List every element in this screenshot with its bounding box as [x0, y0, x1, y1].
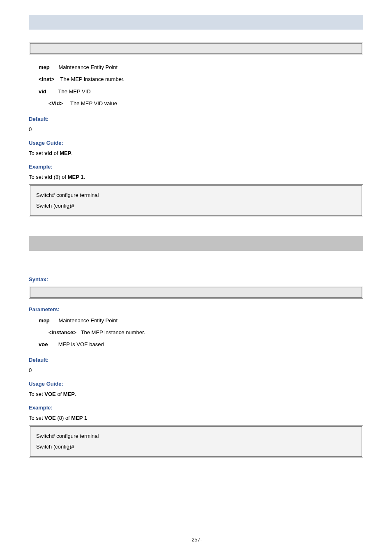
param-bold: vid	[39, 88, 46, 95]
param-bold: <instance>	[48, 329, 76, 335]
txtb: MEP	[60, 150, 71, 156]
param-inst: <Inst> The MEP instance number.	[39, 74, 363, 84]
txt: To set	[29, 415, 44, 421]
txtb: vid	[44, 150, 52, 156]
txt: (8) of	[52, 174, 68, 180]
default-label-2: Default:	[29, 357, 363, 363]
param-vid: vid The MEP VID	[39, 87, 363, 96]
txtb: MEP 1	[68, 174, 84, 180]
txt: of	[52, 150, 60, 156]
syntax-label-2: Syntax:	[29, 276, 363, 282]
txt: To set	[29, 174, 44, 180]
txtb: VOE	[44, 415, 55, 421]
param-bold: mep	[39, 64, 50, 70]
param-voe2: voe MEP is VOE based	[39, 340, 363, 349]
usage-line-1: To set vid of MEP.	[29, 150, 363, 156]
example-line-1: To set vid (8) of MEP 1.	[29, 174, 363, 180]
param-desc: MEP is VOE based	[58, 341, 104, 347]
example-label-1: Example:	[29, 164, 363, 170]
param-desc: The MEP VID	[58, 88, 90, 95]
usage-line-2: To set VOE of MEP.	[29, 391, 363, 397]
param-bold: <Inst>	[39, 76, 54, 82]
code-line: Switch (config)#	[36, 442, 356, 452]
param-mep: mep Maintenance Entity Point	[39, 62, 363, 72]
txt: To set	[29, 391, 44, 397]
param-desc: The MEP instance number.	[81, 329, 145, 335]
code-box-2: Switch# configure terminal Switch (confi…	[29, 425, 363, 458]
param-bold: mep	[39, 317, 50, 324]
syntax-box-2	[29, 286, 363, 299]
code-line: Switch (config)#	[36, 201, 356, 211]
txt: of	[56, 391, 63, 397]
txt: .	[71, 150, 73, 156]
default-val-2: 0	[29, 367, 363, 373]
param-mep2: mep Maintenance Entity Point	[39, 316, 363, 325]
txt: To set	[29, 150, 44, 156]
txtb: vid	[44, 174, 52, 180]
code-line: Switch# configure terminal	[36, 190, 356, 201]
param-desc: Maintenance Entity Point	[58, 64, 118, 70]
param-bold: <Vid>	[48, 100, 63, 106]
code-box-1: Switch# configure terminal Switch (confi…	[29, 184, 363, 217]
param-desc: Maintenance Entity Point	[58, 317, 118, 324]
code-line: Switch# configure terminal	[36, 431, 356, 442]
param-bold: voe	[39, 341, 48, 347]
param-vidval: <Vid> The MEP VID value	[48, 99, 363, 108]
txt: (8) of	[56, 415, 71, 421]
txtb: MEP 1	[71, 415, 87, 421]
usage-label-1: Usage Guide:	[29, 140, 363, 146]
txtb: VOE	[44, 391, 55, 397]
syntax-box-1	[29, 42, 363, 55]
example-line-2: To set VOE (8) of MEP 1	[29, 415, 363, 421]
default-val-1: 0	[29, 126, 363, 132]
param-instance2: <instance> The MEP instance number.	[48, 328, 363, 337]
section-header-1	[29, 15, 363, 30]
default-label-1: Default:	[29, 116, 363, 122]
param-desc: The MEP VID value	[70, 100, 117, 106]
param-desc: The MEP instance number.	[59, 76, 125, 82]
example-label-2: Example:	[29, 405, 363, 411]
params-label-2: Parameters:	[29, 306, 363, 312]
txt: .	[75, 391, 76, 397]
txtb: MEP	[63, 391, 75, 397]
page-number: -257-	[0, 536, 392, 543]
usage-label-2: Usage Guide:	[29, 381, 363, 387]
txt: .	[83, 174, 85, 180]
section-header-2	[29, 236, 363, 251]
